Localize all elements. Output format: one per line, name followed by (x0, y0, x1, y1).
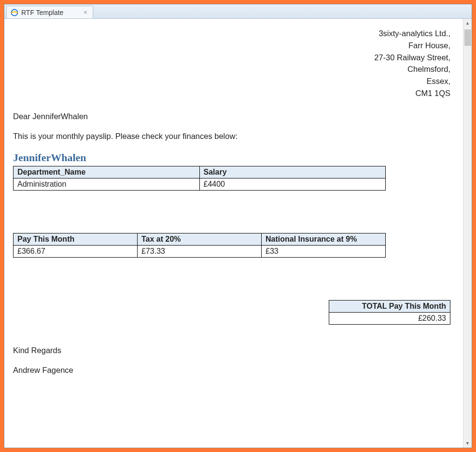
tax-cell: £73.33 (138, 245, 262, 257)
regards: Kind Regards (13, 346, 450, 355)
browser-tab[interactable]: RTF Template × (6, 6, 93, 18)
document-body: 3sixty-analytics Ltd., Farr House, 27-30… (4, 19, 463, 448)
ie-icon (11, 9, 18, 16)
address-block: 3sixty-analytics Ltd., Farr House, 27-30… (13, 27, 450, 99)
greeting: Dear JenniferWhalen (13, 112, 450, 121)
scroll-up-button[interactable]: ▲ (463, 19, 472, 27)
tab-bar: RTF Template × (4, 4, 472, 19)
address-line: Chelmsford, (13, 63, 450, 75)
content-area: 3sixty-analytics Ltd., Farr House, 27-30… (4, 19, 472, 448)
ni-cell: £33 (262, 245, 386, 257)
address-line: CM1 1QS (13, 87, 450, 99)
table-row: £366.67 £73.33 £33 (14, 245, 386, 257)
department-table: Department_Name Salary Administration £4… (13, 166, 386, 191)
pay-header: Pay This Month (14, 233, 138, 245)
address-line: 3sixty-analytics Ltd., (13, 27, 450, 40)
scroll-thumb[interactable] (464, 29, 471, 46)
table-row: Administration £4400 (14, 178, 386, 190)
signature: Andrew Fagence (13, 366, 450, 375)
address-line: Farr House, (13, 40, 450, 52)
close-icon[interactable]: × (82, 9, 89, 16)
tax-header: Tax at 20% (138, 233, 262, 245)
address-line: Essex, (13, 75, 450, 87)
total-value: £260.33 (329, 312, 450, 324)
pay-cell: £366.67 (14, 245, 138, 257)
scroll-down-button[interactable]: ▼ (463, 439, 472, 448)
intro-text: This is your monthly payslip. Please che… (13, 132, 450, 141)
salary-cell: £4400 (199, 178, 386, 190)
address-line: 27-30 Railway Street, (13, 52, 450, 64)
table-header-row: Pay This Month Tax at 20% National Insur… (14, 233, 386, 245)
vertical-scrollbar[interactable]: ▲ ▼ (463, 19, 472, 448)
total-label: TOTAL Pay This Month (329, 300, 450, 312)
table-header-row: Department_Name Salary (14, 166, 386, 178)
browser-window: RTF Template × 3sixty-analytics Ltd., Fa… (4, 4, 472, 448)
pay-table: Pay This Month Tax at 20% National Insur… (13, 233, 386, 258)
ni-header: National Insurance at 9% (262, 233, 386, 245)
tab-title: RTF Template (21, 9, 79, 16)
table-row: £260.33 (329, 312, 450, 324)
salary-header: Salary (199, 166, 386, 178)
dept-cell: Administration (14, 178, 200, 190)
dept-header: Department_Name (14, 166, 200, 178)
table-header-row: TOTAL Pay This Month (329, 300, 450, 312)
recipient-heading: JenniferWhalen (13, 151, 450, 164)
total-table: TOTAL Pay This Month £260.33 (329, 300, 450, 325)
